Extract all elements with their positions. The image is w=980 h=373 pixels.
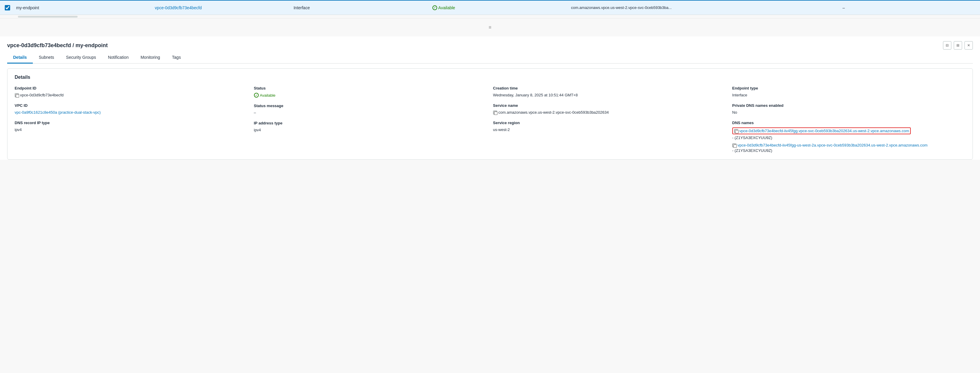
details-section-title: Details bbox=[14, 75, 966, 80]
endpoint-id-label: Endpoint ID bbox=[14, 86, 248, 90]
scrollbar-track[interactable] bbox=[18, 16, 78, 17]
field-status-message: Status message – bbox=[254, 103, 487, 115]
tab-subnets[interactable]: Subnets bbox=[33, 52, 60, 63]
tab-details[interactable]: Details bbox=[7, 52, 33, 63]
field-status: Status ✓ Available bbox=[254, 86, 487, 98]
details-column-2: Status ✓ Available Status message – IP a… bbox=[254, 86, 487, 153]
dns-name-1-text[interactable]: vpce-0d3d9cfb73e4becfd-iiv45fgg.vpce-svc… bbox=[740, 129, 909, 133]
endpoint-id-cell[interactable]: vpce-0d3d9cfb73e4becfd bbox=[155, 5, 288, 10]
service-name-cell: com.amazonaws.vpce.us-west-2.vpce-svc-0c… bbox=[571, 5, 837, 10]
endpoint-type-cell: Interface bbox=[294, 5, 426, 10]
private-dns-label: Private DNS names enabled bbox=[732, 103, 966, 108]
copy-endpoint-id-icon[interactable] bbox=[14, 93, 19, 97]
details-column-1: Endpoint ID vpce-0d3d9cfb73e4becfd VPC I… bbox=[14, 86, 248, 153]
expand-icon[interactable]: ⊞ bbox=[954, 41, 962, 49]
dns-record-label: DNS record IP type bbox=[14, 121, 248, 125]
creation-time-label: Creation time bbox=[493, 86, 726, 90]
field-service-region: Service region us-west-2 bbox=[493, 121, 726, 132]
dns-highlight-box: vpce-0d3d9cfb73e4becfd-iiv45fgg.vpce-svc… bbox=[732, 127, 911, 134]
ip-address-type-label: IP address type bbox=[254, 121, 487, 125]
tabs-bar: Details Subnets Security Groups Notifica… bbox=[7, 52, 973, 63]
status-value: ✓ Available bbox=[254, 93, 487, 98]
detail-panel: vpce-0d3d9cfb73e4becfd / my-endpoint ⊟ ⊞… bbox=[0, 37, 980, 160]
minimize-icon[interactable]: ⊟ bbox=[943, 41, 951, 49]
endpoint-type-label: Endpoint type bbox=[732, 86, 966, 90]
field-ip-address-type: IP address type ipv4 bbox=[254, 121, 487, 132]
endpoint-type-value: Interface bbox=[732, 93, 966, 97]
drag-handle-icon[interactable]: ≡ bbox=[488, 25, 491, 30]
service-region-label: Service region bbox=[493, 121, 726, 125]
field-vpc-id: VPC ID vpc-0a9f0c1621c8e450a (practice-d… bbox=[14, 103, 248, 114]
panel-icons: ⊟ ⊞ ✕ bbox=[943, 41, 973, 49]
creation-time-value: Wednesday, January 8, 2025 at 10:51:44 G… bbox=[493, 93, 726, 97]
status-check-icon: ✓ bbox=[254, 93, 259, 98]
panel-title: vpce-0d3d9cfb73e4becfd / my-endpoint bbox=[7, 42, 108, 49]
status-message-label: Status message bbox=[254, 103, 487, 108]
field-service-name: Service name com.amazonaws.vpce.us-west-… bbox=[493, 103, 726, 114]
field-endpoint-id: Endpoint ID vpce-0d3d9cfb73e4becfd bbox=[14, 86, 248, 97]
dns-name-1-highlighted: vpce-0d3d9cfb73e4becfd-iiv45fgg.vpce-svc… bbox=[732, 127, 966, 141]
dns-names-label: DNS names bbox=[732, 121, 966, 125]
panel-header: vpce-0d3d9cfb73e4becfd / my-endpoint ⊟ ⊞… bbox=[7, 37, 973, 52]
field-private-dns: Private DNS names enabled No bbox=[732, 103, 966, 114]
copy-dns1-icon[interactable] bbox=[734, 129, 738, 133]
endpoint-id-value: vpce-0d3d9cfb73e4becfd bbox=[14, 93, 248, 97]
status-available-detail: ✓ Available bbox=[254, 93, 276, 98]
tab-security-groups[interactable]: Security Groups bbox=[60, 52, 102, 63]
service-name-label: Service name bbox=[493, 103, 726, 108]
service-region-value: us-west-2 bbox=[493, 127, 726, 132]
status-message-value: – bbox=[254, 110, 487, 115]
dns-name-2-zone: - (Z1YSA3EXCYUU9Z) bbox=[732, 148, 966, 153]
field-dns-names: DNS names vpce-0d3d9cfb73e4becfd-iiv45fg… bbox=[732, 121, 966, 153]
field-creation-time: Creation time Wednesday, January 8, 2025… bbox=[493, 86, 726, 97]
tab-notification[interactable]: Notification bbox=[102, 52, 135, 63]
close-icon[interactable]: ✕ bbox=[964, 41, 973, 49]
copy-dns2-icon[interactable] bbox=[732, 143, 737, 148]
divider-row: ≡ bbox=[0, 19, 980, 37]
copy-service-name-icon[interactable] bbox=[493, 110, 497, 114]
service-name-value: com.amazonaws.vpce.us-west-2.vpce-svc-0c… bbox=[493, 110, 726, 114]
endpoint-name-cell: my-endpoint bbox=[16, 5, 149, 10]
tab-monitoring[interactable]: Monitoring bbox=[135, 52, 166, 63]
vpc-id-value[interactable]: vpc-0a9f0c1621c8e450a (practice-dual-sta… bbox=[14, 110, 248, 114]
dns-name-2-entry: vpce-0d3d9cfb73e4becfd-iiv45fgg-us-west-… bbox=[732, 143, 966, 153]
row-checkbox[interactable] bbox=[5, 5, 10, 10]
endpoint-table-row: my-endpoint vpce-0d3d9cfb73e4becfd Inter… bbox=[0, 0, 980, 15]
status-available: ✓ Available bbox=[433, 5, 455, 10]
details-section: Details Endpoint ID vpce-0d3d9cfb73e4bec… bbox=[7, 68, 973, 160]
endpoint-status-cell: ✓ Available bbox=[433, 5, 565, 10]
field-dns-record: DNS record IP type ipv4 bbox=[14, 121, 248, 132]
tab-tags[interactable]: Tags bbox=[166, 52, 187, 63]
status-label: Status bbox=[254, 86, 487, 90]
details-grid: Endpoint ID vpce-0d3d9cfb73e4becfd VPC I… bbox=[14, 86, 966, 153]
dns-record-value: ipv4 bbox=[14, 127, 248, 132]
scrollbar-row bbox=[0, 15, 980, 19]
vpc-id-label: VPC ID bbox=[14, 103, 248, 108]
details-column-3: Creation time Wednesday, January 8, 2025… bbox=[493, 86, 726, 153]
dns-name-1-zone: - (Z1YSA3EXCYUU9Z) bbox=[732, 135, 966, 140]
field-endpoint-type: Endpoint type Interface bbox=[732, 86, 966, 97]
ip-address-type-value: ipv4 bbox=[254, 128, 487, 132]
dns-name-2-link: vpce-0d3d9cfb73e4becfd-iiv45fgg-us-west-… bbox=[732, 143, 928, 148]
status-text: Available bbox=[438, 5, 455, 10]
available-icon: ✓ bbox=[433, 5, 437, 10]
private-dns-value: No bbox=[732, 110, 966, 114]
details-column-4: Endpoint type Interface Private DNS name… bbox=[732, 86, 966, 153]
dash-cell: – bbox=[842, 5, 975, 10]
